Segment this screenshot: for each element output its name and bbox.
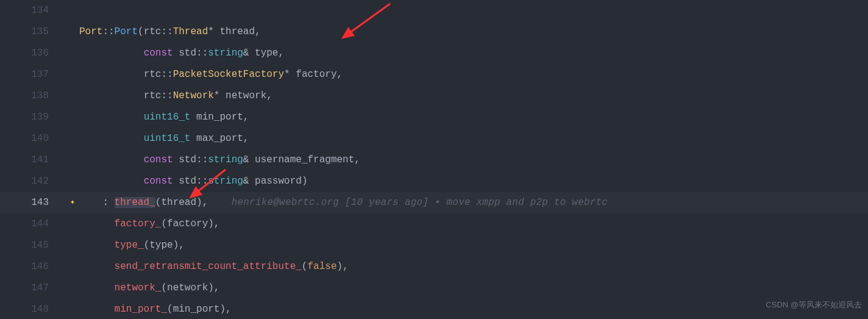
code-content[interactable]: : thread_(thread), henrike@webrtc.org [1… <box>79 192 608 213</box>
token: * <box>214 90 226 101</box>
token: , <box>243 112 249 123</box>
token: ) <box>173 240 179 251</box>
code-content[interactable]: const std::string& password) <box>79 171 307 192</box>
token: ) <box>219 304 226 315</box>
token: string <box>208 48 243 59</box>
token: , <box>354 154 360 165</box>
indent-guide <box>79 304 115 315</box>
gutter-icon <box>66 64 79 85</box>
token: password <box>255 176 302 187</box>
token: ( <box>161 218 167 229</box>
line-number: 137 <box>0 64 66 85</box>
code-editor[interactable]: 134135Port::Port(rtc::Thread* thread,136… <box>0 0 868 319</box>
token: type <box>149 240 173 251</box>
code-content[interactable]: rtc::Network* network, <box>79 85 272 107</box>
gutter-icon <box>66 85 79 107</box>
token: const <box>144 48 179 59</box>
token: ) <box>208 282 214 293</box>
line-number: 135 <box>0 21 66 43</box>
code-content[interactable]: rtc::PacketSocketFactory* factory, <box>79 64 343 85</box>
token: ) <box>196 197 202 208</box>
token: :: <box>196 176 208 187</box>
token: send_retransmit_count_attribute_ <box>115 261 302 272</box>
line-number: 142 <box>0 171 66 192</box>
token: : <box>102 197 114 208</box>
token: Port <box>79 26 102 37</box>
token: ) <box>302 176 308 187</box>
code-line[interactable]: 139 uint16_t min_port, <box>0 107 868 128</box>
line-number: 136 <box>0 43 66 64</box>
token: network_ <box>115 282 162 293</box>
code-line[interactable]: 143✦ : thread_(thread), henrike@webrtc.o… <box>0 192 868 213</box>
token: uint16_t <box>144 133 196 144</box>
gutter-icon <box>66 107 79 128</box>
line-number: 143 <box>0 192 66 213</box>
indent-guide <box>79 261 115 272</box>
gutter-icon <box>66 43 79 64</box>
code-content[interactable]: Port::Port(rtc::Thread* thread, <box>79 21 261 43</box>
token: :: <box>161 90 173 101</box>
code-line[interactable]: 142 const std::string& password) <box>0 171 868 192</box>
token: , <box>278 48 284 59</box>
token: rtc <box>144 90 162 101</box>
indent-guide <box>79 218 115 229</box>
gutter-icon <box>66 21 79 43</box>
code-line[interactable]: 141 const std::string& username_fragment… <box>0 149 868 171</box>
token: rtc <box>144 69 162 80</box>
token: , <box>214 218 220 229</box>
token: Port <box>115 26 138 37</box>
token: Network <box>173 90 214 101</box>
gutter-icon <box>66 235 79 256</box>
token: PacketSocketFactory <box>173 69 284 80</box>
code-line[interactable]: 148 min_port_(min_port), <box>0 299 868 319</box>
code-content[interactable]: const std::string& username_fragment, <box>79 149 360 171</box>
line-number: 134 <box>0 0 66 21</box>
token: thread_ <box>115 197 155 208</box>
code-line[interactable]: 134 <box>0 0 868 21</box>
indent-guide <box>79 69 144 80</box>
gutter-icon <box>66 256 79 278</box>
token: false <box>307 261 336 272</box>
indent-guide <box>79 112 144 123</box>
code-content[interactable]: const std::string& type, <box>79 43 284 64</box>
code-line[interactable]: 146 send_retransmit_count_attribute_(fal… <box>0 256 868 278</box>
code-line[interactable]: 136 const std::string& type, <box>0 43 868 64</box>
token <box>208 197 231 208</box>
code-content[interactable]: send_retransmit_count_attribute_(false), <box>79 256 349 278</box>
code-content[interactable]: network_(network), <box>79 278 219 299</box>
token: * <box>208 26 219 37</box>
code-line[interactable]: 147 network_(network), <box>0 278 868 299</box>
code-line[interactable]: 138 rtc::Network* network, <box>0 85 868 107</box>
token: uint16_t <box>144 112 196 123</box>
code-content[interactable]: factory_(factory), <box>79 213 219 235</box>
token: ( <box>138 26 144 37</box>
token: const <box>144 154 179 165</box>
token: :: <box>196 48 208 59</box>
token: rtc <box>144 26 162 37</box>
code-line[interactable]: 135Port::Port(rtc::Thread* thread, <box>0 21 868 43</box>
code-content[interactable]: type_(type), <box>79 235 185 256</box>
token: & <box>243 48 255 59</box>
token: string <box>208 154 243 165</box>
token: thread <box>219 26 255 37</box>
watermark: CSDN @等风来不如迎风去 <box>766 294 862 315</box>
token: :: <box>161 26 173 37</box>
indent-guide <box>79 282 115 293</box>
code-content[interactable]: min_port_(min_port), <box>79 299 232 319</box>
indent-guide <box>79 176 144 187</box>
token: min_port <box>196 112 243 123</box>
token: , <box>202 197 208 208</box>
token: & <box>243 154 255 165</box>
code-content[interactable]: uint16_t max_port, <box>79 128 249 149</box>
code-line[interactable]: 145 type_(type), <box>0 235 868 256</box>
code-line[interactable]: 144 factory_(factory), <box>0 213 868 235</box>
token: :: <box>161 69 173 80</box>
gutter-icon <box>66 299 79 319</box>
code-content[interactable]: uint16_t min_port, <box>79 107 249 128</box>
token: , <box>343 261 349 272</box>
code-line[interactable]: 140 uint16_t max_port, <box>0 128 868 149</box>
token: std <box>179 48 196 59</box>
code-line[interactable]: 137 rtc::PacketSocketFactory* factory, <box>0 64 868 85</box>
token: min_port <box>173 304 220 315</box>
line-number: 140 <box>0 128 66 149</box>
